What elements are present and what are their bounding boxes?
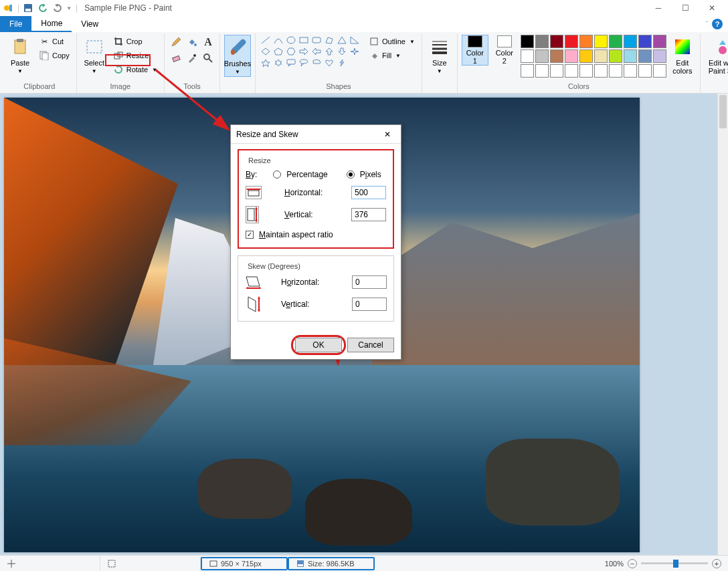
- palette-color[interactable]: [521, 35, 534, 48]
- maintain-ratio-checkbox[interactable]: [246, 231, 254, 239]
- palette-color[interactable]: [550, 35, 563, 48]
- pencil-tool[interactable]: [169, 35, 183, 49]
- shape-arrow-down[interactable]: [336, 46, 348, 57]
- ribbon-collapse-icon[interactable]: ˇ: [706, 21, 708, 28]
- resize-button[interactable]: Resize: [110, 49, 160, 62]
- palette-color[interactable]: [609, 35, 622, 48]
- shape-oval[interactable]: [285, 35, 297, 45]
- shape-curve[interactable]: [272, 35, 284, 45]
- skew-horizontal-input[interactable]: [352, 275, 387, 289]
- palette-custom-color[interactable]: [609, 64, 622, 78]
- palette-color[interactable]: [594, 35, 608, 48]
- shape-triangle[interactable]: [336, 35, 348, 45]
- picker-tool[interactable]: [185, 51, 199, 66]
- tab-home[interactable]: Home: [31, 16, 72, 32]
- palette-custom-color[interactable]: [550, 64, 563, 78]
- shape-arrow-up[interactable]: [323, 46, 335, 57]
- paint3d-button[interactable]: Edit with Paint 3D: [705, 35, 728, 76]
- resize-horizontal-input[interactable]: [351, 186, 386, 199]
- size-button[interactable]: Size ▼: [426, 35, 453, 76]
- shape-star4[interactable]: [349, 46, 361, 57]
- shape-lightning[interactable]: [336, 58, 348, 68]
- cancel-button[interactable]: Cancel: [347, 338, 394, 352]
- tab-file[interactable]: File: [0, 16, 31, 32]
- shape-pentagon[interactable]: [272, 46, 284, 57]
- shapes-gallery[interactable]: [260, 35, 361, 68]
- zoom-slider[interactable]: [641, 562, 708, 564]
- palette-color[interactable]: [579, 35, 593, 48]
- palette-color[interactable]: [550, 49, 563, 63]
- dialog-close-button[interactable]: ✕: [379, 126, 395, 142]
- shape-hexagon[interactable]: [285, 46, 297, 57]
- palette-custom-color[interactable]: [535, 64, 549, 78]
- palette-color[interactable]: [565, 49, 578, 63]
- fill-tool[interactable]: [185, 35, 199, 49]
- shape-outline-button[interactable]: Outline▼: [366, 35, 418, 48]
- shape-arrow-right[interactable]: [298, 46, 310, 57]
- brushes-button[interactable]: Brushes ▼: [224, 35, 251, 77]
- palette-color[interactable]: [521, 49, 534, 63]
- skew-vertical-input[interactable]: [352, 298, 387, 311]
- zoom-out-button[interactable]: −: [628, 559, 637, 568]
- shape-fill-button[interactable]: Fill▼: [366, 49, 418, 62]
- shape-diamond[interactable]: [260, 46, 272, 57]
- shape-line[interactable]: [260, 35, 272, 45]
- palette-color[interactable]: [653, 35, 666, 48]
- shape-star6[interactable]: [272, 58, 284, 68]
- palette-color[interactable]: [594, 49, 608, 63]
- palette-color[interactable]: [653, 49, 666, 63]
- vertical-scrollbar[interactable]: [717, 94, 728, 555]
- percentage-radio[interactable]: [273, 170, 281, 179]
- shape-polygon[interactable]: [323, 35, 335, 45]
- shape-callout-oval[interactable]: [298, 58, 310, 68]
- minimize-button[interactable]: ─: [645, 0, 672, 16]
- palette-custom-color[interactable]: [594, 64, 608, 78]
- shape-callout-rect[interactable]: [285, 58, 297, 68]
- palette-custom-color[interactable]: [624, 64, 637, 78]
- shape-callout-cloud[interactable]: [310, 58, 323, 68]
- zoom-in-button[interactable]: +: [712, 559, 721, 568]
- save-icon[interactable]: [22, 2, 34, 14]
- ok-button[interactable]: OK: [295, 338, 342, 352]
- palette-color[interactable]: [535, 49, 549, 63]
- shape-roundrect[interactable]: [310, 35, 323, 45]
- palette-custom-color[interactable]: [565, 64, 578, 78]
- copy-button[interactable]: Copy: [36, 49, 72, 62]
- close-button[interactable]: ✕: [699, 0, 725, 16]
- palette-color[interactable]: [638, 49, 652, 63]
- palette-custom-color[interactable]: [521, 64, 534, 78]
- palette-color[interactable]: [535, 35, 549, 48]
- magnifier-tool[interactable]: [201, 51, 215, 66]
- undo-icon[interactable]: [37, 2, 49, 14]
- cut-button[interactable]: ✂Cut: [36, 35, 72, 48]
- palette-color[interactable]: [565, 35, 578, 48]
- pixels-radio[interactable]: [347, 170, 355, 179]
- shape-arrow-left[interactable]: [310, 46, 323, 57]
- paste-button[interactable]: Paste ▼: [7, 35, 33, 76]
- palette-color[interactable]: [579, 49, 593, 63]
- qat-dropdown-icon[interactable]: ▼: [66, 5, 72, 11]
- palette-custom-color[interactable]: [653, 64, 666, 78]
- palette-custom-color[interactable]: [638, 64, 652, 78]
- text-tool[interactable]: A: [201, 35, 215, 49]
- color1-button[interactable]: Color 1: [462, 35, 488, 66]
- maximize-button[interactable]: ☐: [672, 0, 699, 16]
- resize-vertical-input[interactable]: [351, 208, 386, 221]
- palette-color[interactable]: [638, 35, 652, 48]
- tab-view[interactable]: View: [72, 16, 108, 32]
- select-button[interactable]: Select ▼: [81, 35, 108, 76]
- redo-icon[interactable]: [52, 2, 64, 14]
- eraser-tool[interactable]: [169, 51, 183, 66]
- shape-heart[interactable]: [323, 58, 335, 68]
- rotate-button[interactable]: Rotate▼: [110, 63, 160, 76]
- shape-rtriangle[interactable]: [349, 35, 361, 45]
- shape-rect[interactable]: [298, 35, 310, 45]
- edit-colors-button[interactable]: Edit colors: [669, 35, 696, 76]
- palette-color[interactable]: [624, 49, 637, 63]
- shape-star5[interactable]: [260, 58, 272, 68]
- color2-button[interactable]: Color 2: [491, 35, 518, 66]
- palette-color[interactable]: [624, 35, 637, 48]
- palette-color[interactable]: [609, 49, 622, 63]
- help-icon[interactable]: ?: [712, 19, 723, 29]
- crop-button[interactable]: Crop: [110, 35, 160, 48]
